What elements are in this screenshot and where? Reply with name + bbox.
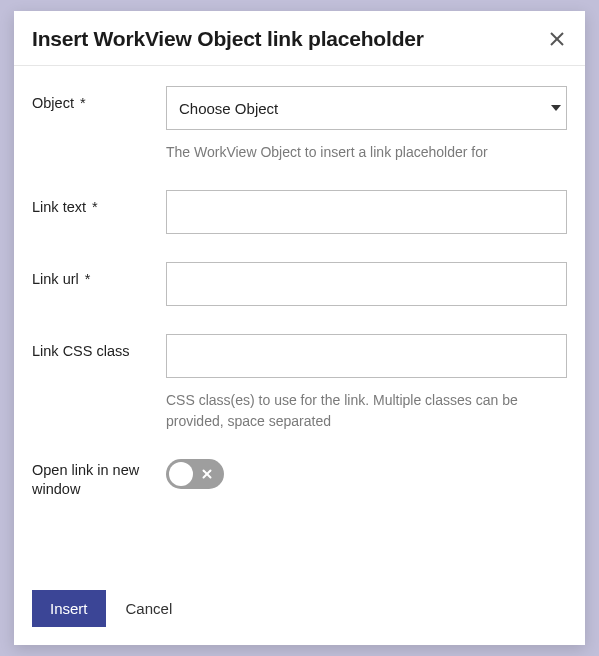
insert-workview-object-link-modal: Insert WorkView Object link placeholder … xyxy=(14,11,585,645)
link-text-input[interactable] xyxy=(166,190,567,234)
required-mark: * xyxy=(85,271,91,287)
close-button[interactable] xyxy=(547,29,567,49)
object-select[interactable]: Choose Object xyxy=(166,86,567,130)
select-value: Choose Object xyxy=(179,100,278,117)
modal-title: Insert WorkView Object link placeholder xyxy=(32,27,424,51)
field-label: Link url * xyxy=(32,262,166,290)
field-object: Object * Choose Object The WorkView Obje… xyxy=(32,86,567,162)
link-css-input[interactable] xyxy=(166,334,567,378)
toggle-knob xyxy=(169,462,193,486)
modal-body: Object * Choose Object The WorkView Obje… xyxy=(14,66,585,578)
required-mark: * xyxy=(80,95,86,111)
toggle-off-icon xyxy=(202,469,212,479)
label-text: Link text xyxy=(32,199,86,215)
modal-footer: Insert Cancel xyxy=(14,578,585,645)
field-label: Object * xyxy=(32,86,166,114)
open-new-window-toggle[interactable] xyxy=(166,459,224,489)
field-label: Link CSS class xyxy=(32,334,166,362)
modal-header: Insert WorkView Object link placeholder xyxy=(14,11,585,66)
field-open-new-window: Open link in new window xyxy=(32,459,567,500)
field-help: CSS class(es) to use for the link. Multi… xyxy=(166,390,567,431)
label-text: Link CSS class xyxy=(32,343,130,359)
label-text: Open link in new window xyxy=(32,462,139,498)
label-text: Object xyxy=(32,95,74,111)
field-link-css-class: Link CSS class CSS class(es) to use for … xyxy=(32,334,567,431)
insert-button[interactable]: Insert xyxy=(32,590,106,627)
field-label: Open link in new window xyxy=(32,459,166,500)
field-label: Link text * xyxy=(32,190,166,218)
field-link-text: Link text * xyxy=(32,190,567,234)
close-icon xyxy=(549,35,565,50)
cancel-button[interactable]: Cancel xyxy=(126,596,173,621)
field-link-url: Link url * xyxy=(32,262,567,306)
link-url-input[interactable] xyxy=(166,262,567,306)
label-text: Link url xyxy=(32,271,79,287)
field-help: The WorkView Object to insert a link pla… xyxy=(166,142,567,162)
required-mark: * xyxy=(92,199,98,215)
